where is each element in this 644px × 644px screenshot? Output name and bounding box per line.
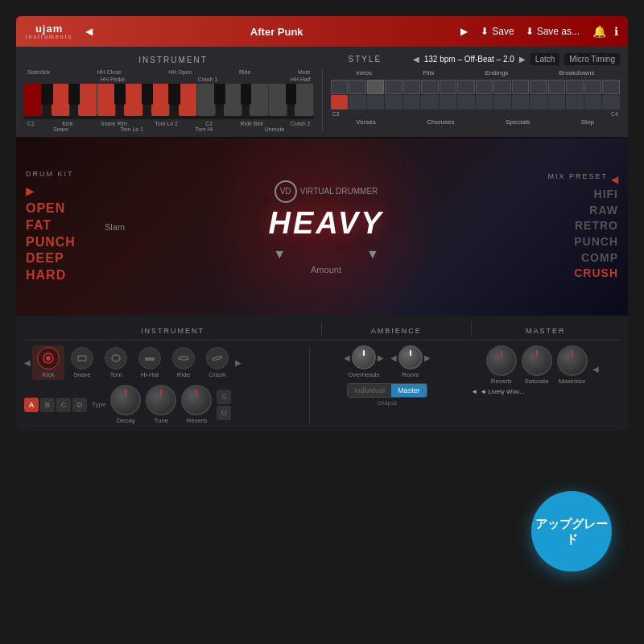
- style-pad-4[interactable]: [385, 80, 402, 94]
- micro-timing-button[interactable]: Micro Timing: [564, 53, 620, 65]
- style-pad-16[interactable]: [602, 80, 620, 94]
- piano-key-black[interactable]: [41, 84, 52, 105]
- play-button[interactable]: ▶: [26, 184, 119, 197]
- saturate-knob[interactable]: [522, 345, 552, 376]
- overheads-prev[interactable]: ◀: [344, 353, 350, 362]
- individual-button[interactable]: Individual: [348, 384, 391, 397]
- piano-key-e[interactable]: [78, 84, 97, 116]
- upgrade-badge[interactable]: アップグレード: [531, 491, 612, 572]
- reverb-knob-instr[interactable]: [181, 385, 212, 415]
- reverb-master-knob[interactable]: [486, 345, 517, 376]
- save-button[interactable]: ⬇ Save: [481, 26, 514, 37]
- piano-key-f[interactable]: [97, 84, 116, 116]
- latch-button[interactable]: Latch: [530, 53, 559, 65]
- style-pad-active[interactable]: [331, 95, 349, 109]
- mix-raw[interactable]: RAW: [533, 203, 618, 219]
- master-arrow[interactable]: ◀: [592, 365, 599, 374]
- style-pad-b16[interactable]: [602, 95, 620, 109]
- style-next-button[interactable]: ▶: [519, 55, 526, 64]
- style-pad-b3[interactable]: [367, 95, 385, 109]
- style-pad-b8[interactable]: [457, 95, 475, 109]
- style-pad-b4[interactable]: [385, 95, 402, 109]
- piano-key-a[interactable]: [151, 84, 170, 116]
- mix-punch[interactable]: PUNCH: [533, 234, 618, 250]
- tune-knob[interactable]: [146, 385, 176, 415]
- hihat-item[interactable]: Hi-Hat: [134, 345, 166, 380]
- instr-prev-button[interactable]: ◀: [24, 358, 31, 367]
- piano-key-g[interactable]: [124, 84, 142, 116]
- room-knob[interactable]: [398, 345, 423, 369]
- piano-key-b[interactable]: [179, 84, 197, 116]
- bell-icon[interactable]: 🔔: [592, 25, 606, 38]
- style-pad-b13[interactable]: [548, 95, 566, 109]
- mix-retro[interactable]: RETRO: [533, 218, 618, 234]
- kit-item-deep[interactable]: DEEP: [26, 250, 119, 267]
- decay-knob[interactable]: [110, 385, 141, 415]
- master-button[interactable]: Master: [391, 384, 427, 397]
- piano-key-c2[interactable]: [197, 84, 216, 116]
- style-pad-12[interactable]: [530, 80, 547, 94]
- save-as-button[interactable]: ⬇ Save as...: [526, 26, 580, 37]
- style-pad-15[interactable]: [584, 80, 602, 94]
- instr-next-button[interactable]: ▶: [235, 358, 242, 367]
- style-pad-3[interactable]: [367, 80, 385, 94]
- style-pad-14[interactable]: [566, 80, 584, 94]
- style-pad-b15[interactable]: [584, 95, 602, 109]
- type-a-button[interactable]: A: [24, 398, 39, 412]
- left-arrow-icon[interactable]: ▼: [273, 247, 286, 262]
- style-pad-b6[interactable]: [421, 95, 439, 109]
- type-d-button[interactable]: D: [72, 398, 87, 412]
- room-next[interactable]: ▶: [424, 353, 431, 362]
- style-pad-b2[interactable]: [349, 95, 366, 109]
- piano-key-g2[interactable]: [295, 84, 313, 116]
- style-prev-button[interactable]: ◀: [413, 55, 419, 64]
- info-icon[interactable]: ℹ: [614, 25, 618, 38]
- piano-key-black6[interactable]: [214, 84, 225, 105]
- style-pad-11[interactable]: [512, 80, 530, 94]
- piano-key-black3[interactable]: [114, 84, 126, 105]
- style-pad-13[interactable]: [548, 80, 566, 94]
- mix-comp[interactable]: COMP: [533, 250, 618, 266]
- right-arrow-icon[interactable]: ▼: [366, 247, 379, 262]
- piano-key-black7[interactable]: [241, 84, 251, 105]
- maximize-knob[interactable]: [557, 345, 588, 376]
- style-pad-b10[interactable]: [493, 95, 511, 109]
- style-pad-6[interactable]: [421, 80, 439, 94]
- piano-key-f2[interactable]: [269, 84, 287, 116]
- style-pad-1[interactable]: [331, 80, 349, 94]
- instrument-piano[interactable]: [24, 84, 314, 119]
- type-c-button[interactable]: C: [56, 398, 71, 412]
- style-pad-b11[interactable]: [512, 95, 530, 109]
- prev-preset-button[interactable]: ◀: [85, 26, 93, 37]
- snare-item[interactable]: Snare: [66, 345, 98, 380]
- room-prev[interactable]: ◀: [390, 353, 397, 362]
- tom-item[interactable]: Tom: [100, 345, 132, 380]
- style-pad-b5[interactable]: [403, 95, 421, 109]
- mix-preset-arrow[interactable]: ◀: [611, 174, 618, 185]
- piano-key-black5[interactable]: [168, 84, 180, 105]
- mix-hifi[interactable]: HIFI: [533, 187, 618, 203]
- piano-key-black8[interactable]: [286, 84, 296, 105]
- overheads-knob[interactable]: [352, 345, 376, 369]
- piano-key-c1[interactable]: [24, 84, 43, 116]
- style-pad-b12[interactable]: [530, 95, 547, 109]
- next-preset-button[interactable]: ▶: [460, 26, 468, 37]
- ride-item[interactable]: Ride: [167, 345, 200, 380]
- crash-item[interactable]: Crash: [201, 345, 233, 380]
- piano-key-e2[interactable]: [250, 84, 268, 116]
- style-pad-7[interactable]: [440, 80, 457, 94]
- type-b-button[interactable]: B: [40, 398, 55, 412]
- kit-item-hard[interactable]: HARD: [26, 267, 119, 284]
- kick-item[interactable]: Kick: [32, 345, 64, 380]
- piano-key-d[interactable]: [52, 84, 70, 116]
- piano-key-black4[interactable]: [142, 84, 153, 105]
- solo-button[interactable]: S: [217, 390, 231, 404]
- mute-button[interactable]: M: [217, 406, 231, 420]
- mix-crush[interactable]: CRUSH: [533, 266, 618, 282]
- kit-item-punch[interactable]: PUNCH: [26, 234, 119, 251]
- kit-item-open[interactable]: OPEN: [26, 200, 119, 217]
- style-pad-2[interactable]: [349, 80, 366, 94]
- style-pad-b14[interactable]: [566, 95, 584, 109]
- overheads-next[interactable]: ▶: [378, 353, 384, 362]
- piano-key-d2[interactable]: [224, 84, 242, 116]
